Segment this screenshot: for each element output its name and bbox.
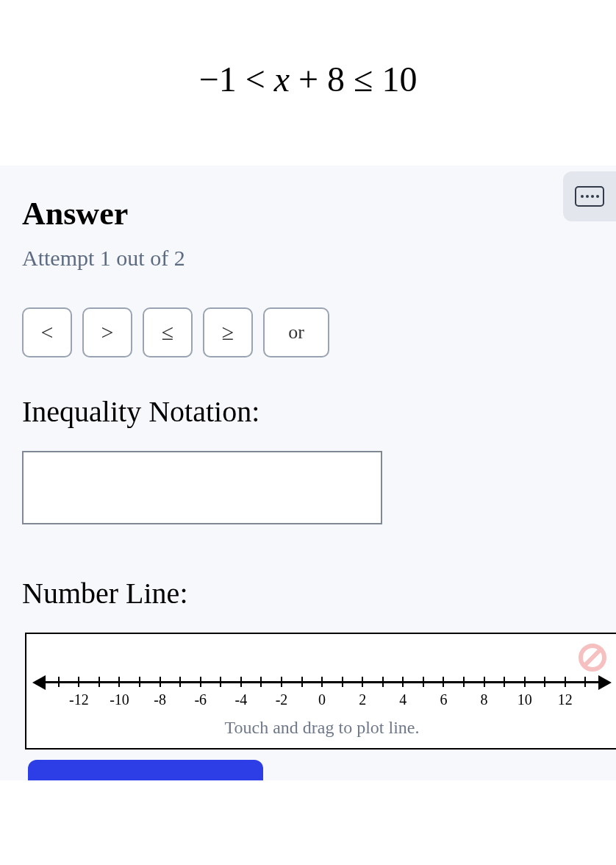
tick — [49, 677, 69, 713]
tick: -6 — [190, 677, 211, 713]
attempt-text: Attempt 1 out of 2 — [22, 246, 594, 271]
greater-equal-button[interactable]: ≥ — [203, 307, 253, 357]
tick: -4 — [231, 677, 251, 713]
less-than-button[interactable]: < — [22, 307, 72, 357]
axis-arrow-right — [598, 675, 612, 690]
or-button[interactable]: or — [263, 307, 329, 357]
tick: -8 — [150, 677, 171, 713]
tick — [332, 677, 353, 713]
number-line-panel[interactable]: -12-10-8-6-4-2024681012 Touch and drag t… — [25, 633, 616, 750]
tick — [89, 677, 110, 713]
tick: 0 — [312, 677, 332, 713]
submit-button[interactable] — [28, 760, 263, 780]
numberline-hint: Touch and drag to plot line. — [34, 718, 610, 738]
greater-than-button[interactable]: > — [82, 307, 132, 357]
notation-label: Inequality Notation: — [22, 394, 594, 429]
numberline-label: Number Line: — [22, 576, 594, 611]
tick — [292, 677, 312, 713]
operator-buttons: < > ≤ ≥ or — [22, 307, 594, 357]
tick: -12 — [69, 677, 90, 713]
tick — [129, 677, 150, 713]
tick — [373, 677, 393, 713]
inequality-expression: −1 < x + 8 ≤ 10 — [0, 59, 616, 99]
tick — [454, 677, 474, 713]
question-area: −1 < x + 8 ≤ 10 — [0, 0, 616, 165]
ticks: -12-10-8-6-4-2024681012 — [49, 677, 595, 713]
tick: 8 — [474, 677, 495, 713]
tick — [251, 677, 272, 713]
tick — [413, 677, 434, 713]
tick: 12 — [555, 677, 576, 713]
tick: 2 — [352, 677, 373, 713]
tick — [494, 677, 515, 713]
tick — [535, 677, 556, 713]
tick: 6 — [434, 677, 454, 713]
axis-arrow-left — [32, 675, 46, 690]
tick: -10 — [110, 677, 130, 713]
answer-heading: Answer — [22, 195, 594, 232]
svg-line-1 — [585, 650, 600, 665]
keypad-button[interactable] — [563, 171, 616, 221]
tick: 4 — [393, 677, 414, 713]
tick — [170, 677, 190, 713]
number-line-axis[interactable]: -12-10-8-6-4-2024681012 — [34, 671, 610, 715]
keypad-icon — [575, 186, 604, 207]
tick: -2 — [271, 677, 292, 713]
notation-input[interactable] — [22, 451, 382, 524]
tick: 10 — [515, 677, 535, 713]
tick — [576, 677, 596, 713]
answer-area: Answer Attempt 1 out of 2 < > ≤ ≥ or Ine… — [0, 165, 616, 780]
less-equal-button[interactable]: ≤ — [143, 307, 193, 357]
tick — [211, 677, 232, 713]
reset-icon[interactable] — [578, 643, 607, 672]
